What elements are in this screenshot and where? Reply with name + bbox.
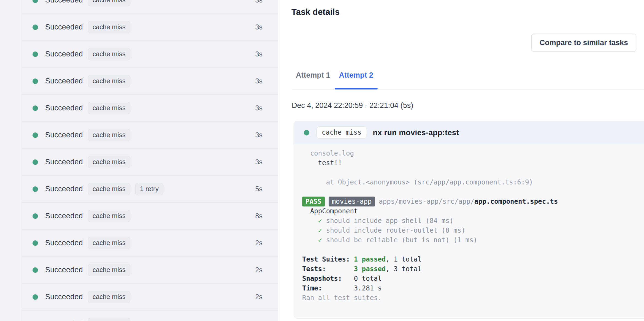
task-status-label: Succeeded	[45, 266, 83, 274]
status-dot-icon	[33, 105, 38, 111]
terminal-line: Snapshots: 0 total	[302, 274, 644, 284]
task-row[interactable]: Succeeded cache miss1 retry5s	[21, 176, 278, 203]
task-status-label: Succeeded	[45, 212, 83, 220]
terminal-line: AppComponent	[302, 206, 644, 216]
task-duration: 3s	[255, 50, 263, 58]
cache-status-badge: cache miss	[88, 210, 130, 222]
task-row[interactable]: Succeeded cache miss8s	[21, 203, 278, 230]
task-list-panel: Succeeded cache miss3s Succeeded cache m…	[0, 0, 278, 321]
task-status-label: Succeeded	[45, 104, 83, 112]
task-status-label: Succeeded	[45, 320, 83, 321]
attempt-tabs: Attempt 1Attempt 2	[291, 71, 378, 89]
task-duration: 2s	[255, 266, 263, 274]
task-duration: 8s	[255, 212, 263, 220]
terminal-line: ✓ should include router-outlet (8 ms)	[302, 226, 644, 235]
task-status-label: Succeeded	[45, 50, 83, 58]
cache-status-badge: cache miss	[88, 48, 130, 60]
cache-status-badge: cache miss	[88, 75, 130, 87]
cache-status-badge: cache miss	[88, 129, 130, 141]
task-duration: 3s	[255, 77, 263, 85]
status-dot-icon	[33, 159, 38, 165]
task-card-header[interactable]: cache miss nx run movies-app:test	[294, 121, 644, 144]
terminal-line: Time: 3.281 s	[302, 284, 644, 293]
status-dot-icon	[33, 213, 38, 219]
task-row[interactable]: Succeeded cache miss2s	[21, 230, 278, 257]
task-row[interactable]: Succeeded cache miss3s	[21, 41, 278, 68]
task-command: nx run movies-app:test	[373, 128, 459, 137]
task-status-label: Succeeded	[45, 77, 83, 85]
task-duration: 3s	[255, 23, 263, 31]
task-row[interactable]: Succeeded cache miss	[21, 311, 278, 321]
tab-attempt-1[interactable]: Attempt 1	[291, 71, 335, 89]
status-dot-icon	[33, 240, 38, 246]
task-row[interactable]: Succeeded cache miss3s	[21, 149, 278, 176]
status-dot-icon	[33, 0, 38, 3]
terminal-line	[302, 168, 644, 178]
task-status-label: Succeeded	[45, 23, 83, 31]
status-dot-icon	[33, 186, 38, 192]
task-status-label: Succeeded	[45, 0, 83, 4]
tab-attempt-2[interactable]: Attempt 2	[335, 71, 378, 89]
cache-status-badge: cache miss	[88, 156, 130, 168]
task-status-label: Succeeded	[45, 239, 83, 247]
task-list: Succeeded cache miss3s Succeeded cache m…	[21, 0, 278, 321]
task-status-label: Succeeded	[45, 185, 83, 193]
terminal-line: console.log	[302, 149, 644, 158]
attempt-date-range: Dec 4, 2024 22:20:59 - 22:21:04 (5s)	[292, 101, 413, 110]
task-row[interactable]: Succeeded cache miss3s	[21, 68, 278, 95]
page-title: Task details	[291, 7, 340, 17]
terminal-line: ✓ should include app-shell (84 ms)	[302, 216, 644, 226]
terminal-line: ✓ should be reliable (but is not) (1 ms)	[302, 235, 644, 245]
status-dot-icon	[304, 130, 309, 135]
status-dot-icon	[33, 51, 38, 57]
terminal-line: Test Suites: 1 passed, 1 total	[302, 255, 644, 264]
terminal-line: at Object.<anonymous> (src/app/app.compo…	[302, 178, 644, 187]
cache-status-badge: cache miss	[88, 183, 130, 195]
task-duration: 3s	[255, 158, 263, 166]
task-duration: 3s	[255, 104, 263, 112]
task-status-label: Succeeded	[45, 131, 83, 139]
task-row[interactable]: Succeeded cache miss2s	[21, 284, 278, 311]
task-status-label: Succeeded	[45, 293, 83, 301]
terminal-line: PASSmovies-appapps/movies-app/src/app/ap…	[302, 197, 644, 206]
task-duration: 5s	[255, 185, 263, 193]
status-dot-icon	[33, 267, 38, 273]
task-output-card: cache miss nx run movies-app:test consol…	[294, 121, 644, 319]
status-dot-icon	[33, 78, 38, 84]
cache-status-badge: cache miss	[88, 291, 130, 303]
left-gutter	[0, 0, 21, 321]
app-window: Succeeded cache miss3s Succeeded cache m…	[0, 0, 644, 321]
task-status-label: Succeeded	[45, 158, 83, 166]
cache-status-badge: cache miss	[316, 126, 367, 139]
cache-status-badge: cache miss	[88, 21, 130, 33]
terminal-output: console.log test!! at Object.<anonymous>…	[294, 144, 644, 319]
status-dot-icon	[33, 132, 38, 138]
cache-status-badge: cache miss	[88, 237, 130, 249]
cache-status-badge: cache miss	[88, 264, 130, 276]
task-row[interactable]: Succeeded cache miss3s	[21, 0, 278, 14]
status-dot-icon	[33, 294, 38, 300]
status-dot-icon	[33, 25, 38, 30]
task-duration: 2s	[255, 239, 263, 247]
task-row[interactable]: Succeeded cache miss3s	[21, 95, 278, 122]
terminal-line: Tests: 3 passed, 3 total	[302, 264, 644, 274]
cache-status-badge: cache miss	[88, 0, 130, 6]
retry-badge: 1 retry	[135, 183, 163, 195]
task-duration: 3s	[255, 0, 263, 4]
task-duration: 2s	[255, 293, 263, 301]
terminal-line	[302, 187, 644, 197]
cache-status-badge: cache miss	[88, 102, 130, 114]
terminal-line: test!!	[302, 158, 644, 168]
terminal-line: Ran all test suites.	[302, 293, 644, 303]
task-row[interactable]: Succeeded cache miss2s	[21, 257, 278, 284]
task-row[interactable]: Succeeded cache miss3s	[21, 14, 278, 41]
compare-to-similar-tasks-button[interactable]: Compare to similar tasks	[531, 34, 636, 52]
task-duration: 3s	[255, 131, 263, 139]
task-row[interactable]: Succeeded cache miss3s	[21, 122, 278, 149]
cache-status-badge: cache miss	[88, 318, 130, 321]
terminal-line	[302, 245, 644, 255]
task-details-panel: Task details Compare to similar tasks At…	[278, 0, 644, 321]
